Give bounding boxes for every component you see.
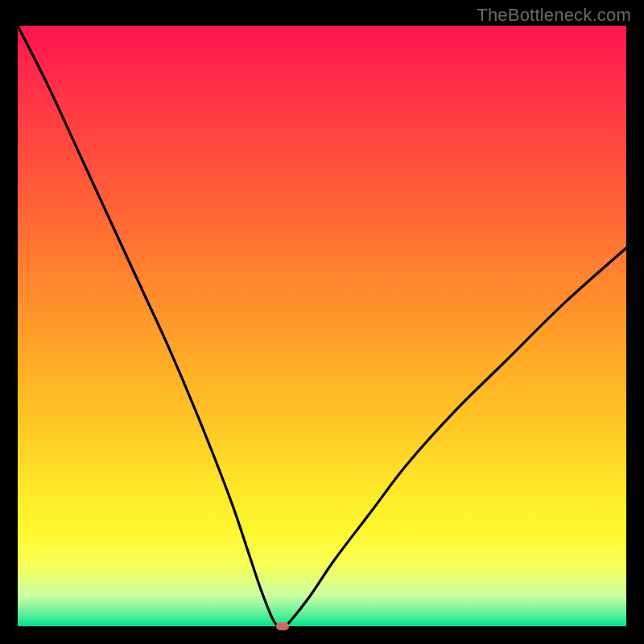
watermark-text: TheBottleneck.com <box>477 5 631 26</box>
chart-plot-area <box>18 26 626 626</box>
bottleneck-curve <box>18 26 626 626</box>
chart-frame: TheBottleneck.com <box>0 0 644 644</box>
optimum-marker <box>276 622 289 630</box>
